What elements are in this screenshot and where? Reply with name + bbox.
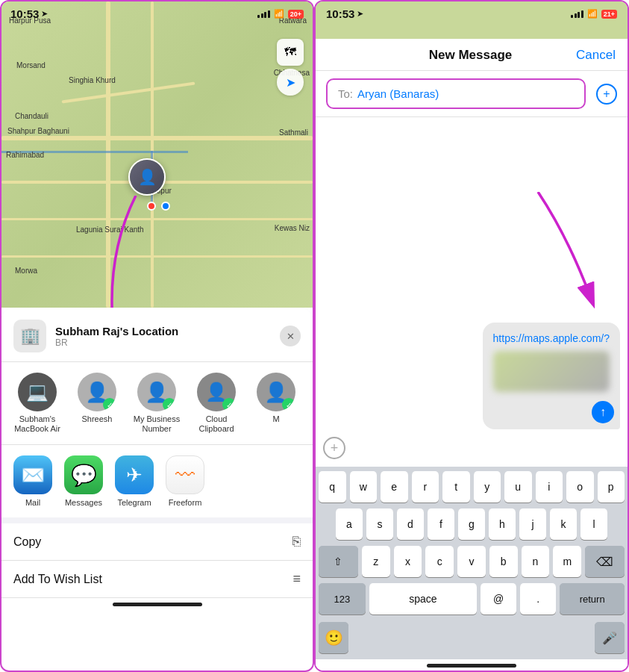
signal-bars-left (257, 10, 270, 18)
signal-bars-right (571, 10, 583, 18)
wishlist-icon: ≡ (292, 571, 301, 587)
map-layers-button[interactable]: 🗺 (277, 39, 304, 66)
keyboard: q w e r t y u i o p a s d f g h j (316, 467, 628, 659)
to-field[interactable]: To: Aryan (Banaras) (326, 78, 586, 109)
mail-icon: ✉️ (13, 455, 52, 494)
key-f[interactable]: f (428, 508, 454, 540)
message-bubble: https://maps.apple.com/? ↑ (483, 323, 620, 429)
action-copy[interactable]: Copy ⎘ (1, 523, 313, 561)
action-wishlist[interactable]: Add To Wish List ≡ (1, 561, 313, 598)
key-h[interactable]: h (489, 508, 516, 540)
key-p[interactable]: p (598, 471, 625, 503)
attachment-button[interactable]: + (323, 437, 345, 459)
key-s[interactable]: s (366, 508, 393, 540)
keyboard-row-4: 123 space @ . return (316, 579, 628, 619)
app-name-telegram: Telegram (117, 498, 151, 507)
shift-key[interactable]: ⇧ (319, 546, 358, 577)
contact-name-business: My Business Number (133, 414, 181, 434)
contact-shreesh[interactable]: 👤 ✓ Shreesh (73, 373, 121, 434)
key-q[interactable]: q (319, 471, 346, 503)
home-indicator-left (1, 598, 313, 609)
key-g[interactable]: g (458, 508, 485, 540)
send-button[interactable]: ↑ (592, 401, 614, 423)
key-j[interactable]: j (519, 508, 546, 540)
key-l[interactable]: l (581, 508, 607, 540)
share-header: 🏢 Subham Raj's Location BR ✕ (1, 308, 313, 361)
key-k[interactable]: k (550, 508, 577, 540)
copy-icon: ⎘ (292, 534, 301, 550)
key-u[interactable]: u (504, 471, 532, 503)
key-m[interactable]: m (553, 546, 581, 577)
time-right: 10:53 (326, 7, 354, 20)
map-label-sathmali: Sathmali (279, 128, 308, 137)
whatsapp-badge-2: ✓ (163, 398, 176, 411)
message-url: https://maps.apple.com/? (493, 332, 610, 344)
emoji-key[interactable]: 🙂 (319, 622, 348, 653)
app-mail[interactable]: ✉️ Mail (13, 455, 52, 507)
key-n[interactable]: n (522, 546, 550, 577)
return-key[interactable]: return (560, 583, 625, 615)
home-bar-right (427, 664, 516, 668)
send-icon: ↑ (600, 405, 606, 419)
home-bar-left (113, 603, 202, 606)
whatsapp-badge-1: ✓ (103, 398, 116, 411)
app-name-freeform: Freeform (169, 498, 202, 507)
space-key[interactable]: space (369, 583, 477, 615)
key-r[interactable]: r (412, 471, 439, 503)
contact-avatar-m: 👤 ✓ (257, 373, 295, 411)
app-telegram[interactable]: ✈ Telegram (115, 455, 154, 507)
whatsapp-badge-4: ✓ (282, 398, 295, 411)
to-row: To: Aryan (Banaras) + (316, 71, 628, 117)
contact-avatar-business: 👤 ✓ (137, 373, 176, 411)
num-key[interactable]: 123 (319, 583, 366, 615)
delete-key[interactable]: ⌫ (585, 546, 625, 577)
left-panel: Harpur Pusa Ratwara Morsand Singhia Khur… (0, 0, 314, 672)
add-recipient-button[interactable]: + (596, 84, 617, 105)
contact-macbook[interactable]: 💻 Subham's MacBook Air (13, 373, 61, 434)
contact-avatar-shreesh: 👤 ✓ (78, 373, 116, 411)
messages-compose: New Message Cancel To: Aryan (Banaras) +… (316, 39, 628, 671)
key-z[interactable]: z (362, 546, 390, 577)
share-icon-box: 🏢 (13, 320, 46, 352)
keyboard-row-3: ⇧ z x c v b n m ⌫ (316, 541, 628, 579)
contact-name-clipboard: Cloud Clipboard (193, 414, 240, 434)
key-d[interactable]: d (397, 508, 424, 540)
mic-key[interactable]: 🎤 (595, 622, 625, 653)
cancel-button[interactable]: Cancel (576, 48, 616, 63)
key-c[interactable]: c (425, 546, 454, 577)
home-indicator-right (316, 659, 628, 671)
freeform-icon: 〰 (166, 455, 204, 494)
wishlist-label: Add To Wish List (13, 573, 102, 586)
app-freeform[interactable]: 〰 Freeform (166, 455, 204, 507)
contact-avatar-clipboard: 👤 ✓ (197, 373, 236, 411)
key-v[interactable]: v (457, 546, 486, 577)
location-building-icon: 🏢 (20, 326, 40, 346)
key-b[interactable]: b (489, 546, 518, 577)
at-key[interactable]: @ (481, 583, 516, 615)
key-w[interactable]: w (350, 471, 378, 503)
key-i[interactable]: i (536, 471, 563, 503)
contact-business[interactable]: 👤 ✓ My Business Number (133, 373, 181, 434)
app-messages[interactable]: 💬 Messages (64, 455, 103, 507)
key-x[interactable]: x (394, 546, 422, 577)
direction-button[interactable]: ➤ (277, 69, 304, 96)
keyboard-row-1: q w e r t y u i o p (316, 467, 628, 504)
location-pin: 👤 (128, 158, 166, 196)
key-t[interactable]: t (442, 471, 470, 503)
app-name-messages: Messages (65, 498, 102, 507)
close-icon: ✕ (287, 331, 295, 342)
wifi-icon-right: 📶 (587, 9, 598, 19)
key-y[interactable]: y (474, 471, 501, 503)
key-o[interactable]: o (566, 471, 594, 503)
contact-clipboard[interactable]: 👤 ✓ Cloud Clipboard (193, 373, 240, 434)
contact-m[interactable]: 👤 ✓ M (252, 373, 300, 434)
right-panel: 10:53 ➤ 📶 21+ New Message Cancel (314, 0, 629, 672)
period-key[interactable]: . (520, 583, 556, 615)
key-e[interactable]: e (381, 471, 408, 503)
app-name-mail: Mail (25, 498, 40, 507)
key-a[interactable]: a (336, 508, 363, 540)
share-close-button[interactable]: ✕ (280, 326, 301, 346)
telegram-icon: ✈ (115, 455, 154, 494)
message-body: https://maps.apple.com/? ↑ + (316, 117, 628, 467)
map-label-chandauli: Chandauli (15, 112, 48, 120)
